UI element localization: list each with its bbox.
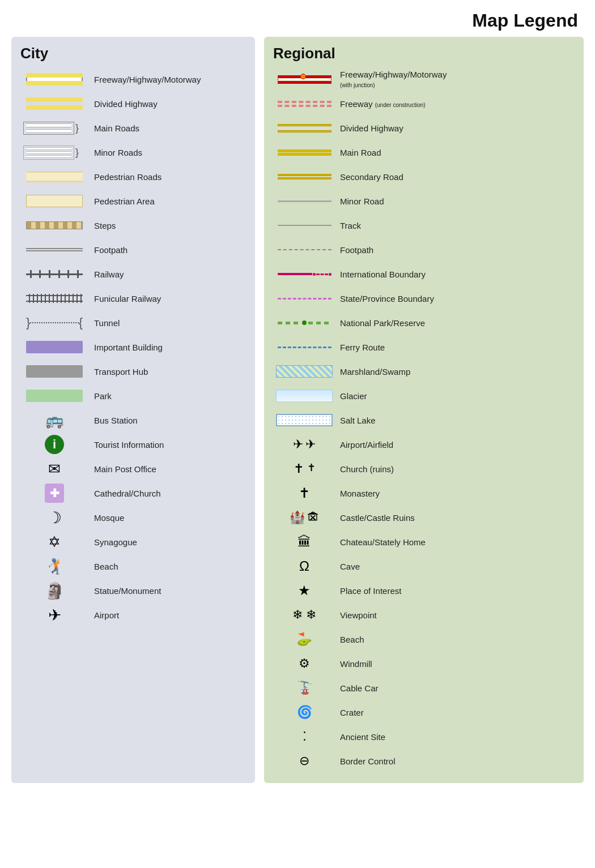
castle-reg-symbol: 🏰🏚 — [273, 510, 335, 525]
marshland-reg-label: Marshland/Swamp — [335, 367, 410, 377]
placeofinterest-reg-label: Place of Interest — [335, 586, 401, 596]
cablecar-reg-symbol: 🚡 — [273, 681, 335, 695]
list-item: ✈✈ Airport/Airfield — [273, 434, 575, 455]
tourist-city-label: Tourist Information — [88, 440, 164, 450]
mosque-city-symbol: ☽ — [20, 508, 88, 527]
marshland-reg-symbol — [273, 365, 335, 378]
list-item: Freeway (under construction) — [273, 93, 575, 114]
list-item: } { Tunnel — [20, 313, 246, 333]
pedroads-city-label: Pedestrian Roads — [88, 172, 162, 182]
track-reg-label: Track — [335, 221, 361, 230]
mainroad-reg-symbol — [273, 149, 335, 156]
railway-city-label: Railway — [88, 270, 124, 279]
list-item: 🏌 Beach — [20, 556, 246, 576]
park-city-label: Park — [88, 391, 112, 401]
list-item: ★ Place of Interest — [273, 580, 575, 601]
list-item: ✚ Cathedral/Church — [20, 483, 246, 503]
stateboundary-reg-label: State/Province Boundary — [335, 294, 434, 303]
synagogue-city-symbol: ✡ — [20, 533, 88, 551]
cross-icon: ✝✝ — [294, 461, 316, 476]
beach-reg-label: Beach — [335, 635, 364, 644]
list-item: Minor Road — [273, 191, 575, 211]
bordercontrol-reg-symbol: ⊖ — [273, 754, 335, 768]
list-item: 🏰🏚 Castle/Castle Ruins — [273, 507, 575, 528]
footpath-city-label: Footpath — [88, 245, 128, 255]
church-icon: ✚ — [45, 484, 64, 503]
ferryroute-reg-symbol — [273, 347, 335, 348]
windmill-reg-label: Windmill — [335, 659, 372, 669]
list-item: Freeway/Highway/Motorway — [20, 69, 246, 89]
list-item: Ferry Route — [273, 337, 575, 357]
list-item: Divided Highway — [20, 93, 246, 114]
footpath-city-symbol — [20, 248, 88, 251]
bordercontrol-reg-label: Border Control — [335, 756, 396, 766]
tourist-city-symbol: i — [20, 435, 88, 454]
list-item: ⊖ Border Control — [273, 751, 575, 771]
mainroads-city-symbol: } — [20, 122, 88, 135]
freeway-uc-label: Freeway (under construction) — [335, 99, 426, 109]
secondaryroad-reg-symbol — [273, 174, 335, 179]
beach-city-symbol: 🏌 — [20, 558, 88, 575]
minorroads-city-symbol: } — [20, 146, 88, 160]
city-heading: City — [20, 45, 246, 62]
cathedral-city-label: Cathedral/Church — [88, 489, 161, 498]
airport-reg-label: Airport/Airfield — [335, 440, 393, 450]
glacier-reg-label: Glacier — [335, 391, 367, 401]
tunnel-city-label: Tunnel — [88, 318, 120, 328]
railway-city-symbol — [20, 270, 88, 278]
saltlake-reg-label: Salt Lake — [335, 416, 376, 425]
list-item: International Boundary — [273, 264, 575, 284]
chateau-reg-label: Chateau/Stately Home — [335, 537, 426, 547]
natpark-reg-label: National Park/Reserve — [335, 318, 425, 328]
list-item: ⛳ Beach — [273, 629, 575, 649]
cave-reg-symbol: Ω — [273, 558, 335, 574]
list-item: ☽ Mosque — [20, 507, 246, 528]
secondaryroad-reg-label: Secondary Road — [335, 172, 403, 182]
placeofinterest-reg-symbol: ★ — [273, 583, 335, 598]
monastery-reg-symbol: ✝ — [273, 485, 335, 501]
list-item: ✝ Monastery — [273, 483, 575, 503]
tunnel-city-symbol: } { — [20, 315, 88, 330]
divhwy-reg-label: Divided Highway — [335, 123, 403, 133]
list-item: 🚌 Bus Station — [20, 410, 246, 430]
intlboundary-reg-label: International Boundary — [335, 270, 426, 279]
cathedral-city-symbol: ✚ — [20, 484, 88, 503]
beach-reg-icon: ⛳ — [297, 632, 312, 647]
impbuilding-city-label: Important Building — [88, 343, 163, 352]
funicular-city-symbol — [20, 294, 88, 303]
divhwy-city-label: Divided Highway — [88, 99, 158, 109]
list-item: Railway — [20, 264, 246, 284]
list-item: Funicular Railway — [20, 288, 246, 309]
mainroads-city-label: Main Roads — [88, 123, 139, 133]
list-item: State/Province Boundary — [273, 288, 575, 309]
info-icon: i — [45, 435, 64, 454]
list-item: Track — [273, 215, 575, 236]
park-city-symbol — [20, 390, 88, 402]
beach-reg-symbol: ⛳ — [273, 632, 335, 647]
footpath-reg-label: Footpath — [335, 245, 373, 255]
list-item: Freeway/Highway/Motorway(with junction) — [273, 69, 575, 89]
list-item: Park — [20, 386, 246, 406]
list-item: ✝✝ Church (ruins) — [273, 459, 575, 479]
list-item: Pedestrian Roads — [20, 166, 246, 187]
airport-city-icon: ✈ — [48, 606, 61, 625]
list-item: ✉ Main Post Office — [20, 459, 246, 479]
footpath-reg-symbol — [273, 249, 335, 250]
city-panel: City Freeway/Highway/Motorway D — [11, 37, 255, 783]
pedarea-city-symbol — [20, 195, 88, 207]
busstation-city-label: Bus Station — [88, 416, 138, 425]
airport-reg-symbol: ✈✈ — [273, 437, 335, 452]
beach-city-label: Beach — [88, 562, 118, 571]
busstation-city-symbol: 🚌 — [20, 412, 88, 429]
envelope-icon: ✉ — [48, 460, 61, 478]
funicular-city-label: Funicular Railway — [88, 294, 161, 303]
monastery-icon: ✝ — [299, 485, 310, 501]
steps-city-symbol — [20, 221, 88, 229]
freeway-reg-label: Freeway/Highway/Motorway(with junction) — [335, 70, 447, 89]
list-item: Steps — [20, 215, 246, 236]
steps-city-label: Steps — [88, 221, 116, 230]
regional-panel: Regional Freeway/Highway/Motorway(with j… — [264, 37, 584, 783]
list-item: 🏛 Chateau/Stately Home — [273, 532, 575, 552]
ancientsite-reg-symbol: ⁚ — [273, 729, 335, 744]
regional-heading: Regional — [273, 45, 575, 62]
